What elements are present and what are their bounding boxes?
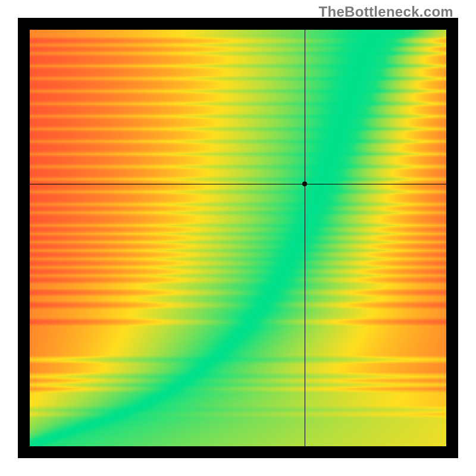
crosshair-horizontal xyxy=(30,184,446,184)
crosshair-vertical xyxy=(305,30,305,446)
crosshair-marker xyxy=(302,181,307,186)
plot-frame xyxy=(18,18,458,458)
heatmap-canvas xyxy=(30,30,446,446)
chart-container: TheBottleneck.com xyxy=(0,0,476,476)
